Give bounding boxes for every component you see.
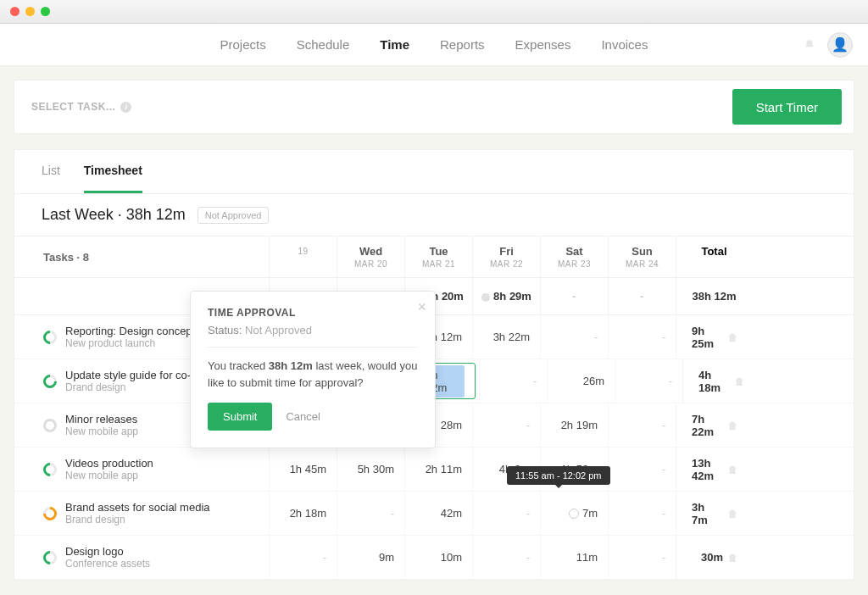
day-total: - xyxy=(540,278,608,314)
notification-icon[interactable] xyxy=(804,39,815,51)
time-cell[interactable]: 42m xyxy=(404,492,472,535)
popover-body: You tracked 38h 12m last week, would you… xyxy=(208,358,418,391)
time-cell[interactable]: - xyxy=(608,536,676,579)
nav-invoices[interactable]: Invoices xyxy=(601,37,648,52)
progress-ring-icon xyxy=(41,459,60,479)
time-cell[interactable]: - xyxy=(472,492,540,535)
approval-badge: Not Approved xyxy=(198,207,270,224)
time-cell[interactable]: 11m xyxy=(540,536,608,579)
task-select-input[interactable]: SELECT TASK... i xyxy=(31,101,131,113)
task-placeholder-text: SELECT TASK... xyxy=(31,101,115,113)
delete-icon[interactable]: 🗑 xyxy=(735,376,743,386)
task-cell[interactable]: Design logoConference assets xyxy=(14,536,269,579)
task-title: Design logo xyxy=(65,545,150,558)
time-cell[interactable]: 2h 18m xyxy=(269,492,337,535)
popover-status: Status: Not Approved xyxy=(208,324,418,348)
time-cell[interactable]: - xyxy=(269,536,337,579)
time-cell[interactable]: - xyxy=(615,359,682,403)
delete-icon[interactable]: 🗑 xyxy=(728,553,737,563)
task-project: New product launch xyxy=(65,337,203,349)
time-cell[interactable]: - xyxy=(608,492,676,535)
row-total: 3h 7m🗑 xyxy=(676,492,752,535)
window-close-button[interactable] xyxy=(10,7,19,16)
time-cell[interactable]: - xyxy=(608,448,676,491)
delete-icon[interactable]: 🗑 xyxy=(728,509,737,519)
start-timer-button[interactable]: Start Timer xyxy=(732,89,842,125)
grand-total: 38h 12m xyxy=(676,278,752,314)
table-row: Videos productionNew mobile app1h 45m5h … xyxy=(14,448,854,492)
tab-timesheet[interactable]: Timesheet xyxy=(84,150,142,193)
top-nav: ProjectsScheduleTimeReportsExpensesInvoi… xyxy=(0,24,868,66)
delete-icon[interactable]: 🗑 xyxy=(728,332,737,342)
time-cell[interactable]: 9m xyxy=(337,536,404,579)
avatar[interactable]: 👤 xyxy=(827,32,853,58)
time-cell[interactable]: 1h 45m xyxy=(269,448,337,491)
row-total: 30m🗑 xyxy=(676,536,752,579)
progress-ring-icon xyxy=(41,327,60,347)
day-header: 19 xyxy=(269,236,337,277)
day-header: FriMAR 22 xyxy=(472,236,540,277)
time-cell[interactable]: 5h 30m xyxy=(337,448,404,491)
task-selector-bar: SELECT TASK... i Start Timer xyxy=(14,80,854,134)
time-cell[interactable]: 2h 19m xyxy=(540,403,608,447)
task-project: New mobile app xyxy=(65,470,153,481)
delete-icon[interactable]: 🗑 xyxy=(728,420,737,431)
day-header: SunMAR 24 xyxy=(608,236,676,277)
time-cell[interactable]: 26m xyxy=(547,359,615,403)
time-cell[interactable]: - xyxy=(472,403,540,447)
task-title: Minor releases xyxy=(65,413,138,425)
window-zoom-button[interactable] xyxy=(41,7,50,16)
window-chrome xyxy=(0,0,868,24)
tab-list[interactable]: List xyxy=(42,150,60,193)
nav-time[interactable]: Time xyxy=(380,37,409,52)
nav-expenses[interactable]: Expenses xyxy=(515,37,571,52)
time-cell[interactable]: 7m11:55 am - 12:02 pm xyxy=(540,492,608,535)
table-row: Brand assets for social mediaBrand desig… xyxy=(14,492,854,536)
time-cell[interactable]: 3h 22m xyxy=(472,315,540,359)
time-cell[interactable]: - xyxy=(472,536,540,579)
time-cell[interactable]: - xyxy=(608,403,676,447)
time-cell[interactable]: - xyxy=(337,492,404,535)
task-project: Drand design xyxy=(65,381,199,393)
nav-reports[interactable]: Reports xyxy=(440,37,485,52)
nav-schedule[interactable]: Schedule xyxy=(297,37,350,52)
nav-projects[interactable]: Projects xyxy=(220,37,266,52)
task-title: Videos production xyxy=(65,457,153,470)
time-cell[interactable]: 10m xyxy=(404,536,472,579)
week-title: Last Week · 38h 12m xyxy=(42,206,186,224)
table-row: Design logoConference assets-9m10m-11m-3… xyxy=(14,536,854,580)
window-minimize-button[interactable] xyxy=(25,7,35,16)
time-cell[interactable]: - xyxy=(479,359,547,403)
progress-ring-icon xyxy=(41,371,60,391)
time-cell[interactable]: - xyxy=(540,315,608,359)
time-cell[interactable]: - xyxy=(608,315,676,359)
row-total: 9h 25m🗑 xyxy=(676,315,752,359)
task-project: Brand design xyxy=(65,514,210,525)
row-total: 4h 18m🗑 xyxy=(682,359,759,403)
tasks-header: Tasks · 8 xyxy=(14,236,269,277)
time-cell[interactable]: 2h 11m xyxy=(404,448,472,491)
day-total: - xyxy=(608,278,676,314)
popover-title: TIME APPROVAL xyxy=(208,307,418,319)
day-header: TueMAR 21 xyxy=(404,236,472,277)
row-total: 13h 42m🗑 xyxy=(676,448,752,491)
row-total: 7h 22m🗑 xyxy=(676,403,752,447)
time-approval-popover: × TIME APPROVAL Status: Not Approved You… xyxy=(190,291,436,448)
time-tooltip: 11:55 am - 12:02 pm xyxy=(507,466,610,485)
day-header: WedMAR 20 xyxy=(337,236,404,277)
submit-button[interactable]: Submit xyxy=(208,403,272,431)
task-title: Update style guide for co-w xyxy=(65,369,199,381)
delete-icon[interactable]: 🗑 xyxy=(728,464,737,475)
day-total: 8h 29m xyxy=(472,278,540,314)
day-header: SatMAR 23 xyxy=(540,236,608,277)
info-icon: i xyxy=(120,102,131,113)
cancel-button[interactable]: Cancel xyxy=(286,410,320,423)
progress-ring-icon xyxy=(41,548,60,567)
task-cell[interactable]: Videos productionNew mobile app xyxy=(14,448,269,491)
task-project: Conference assets xyxy=(65,558,150,570)
task-title: Reporting: Design concept c xyxy=(65,325,203,337)
task-cell[interactable]: Brand assets for social mediaBrand desig… xyxy=(14,492,269,535)
close-icon[interactable]: × xyxy=(417,298,426,316)
progress-ring-icon xyxy=(43,419,57,432)
total-header: Total xyxy=(676,236,752,277)
